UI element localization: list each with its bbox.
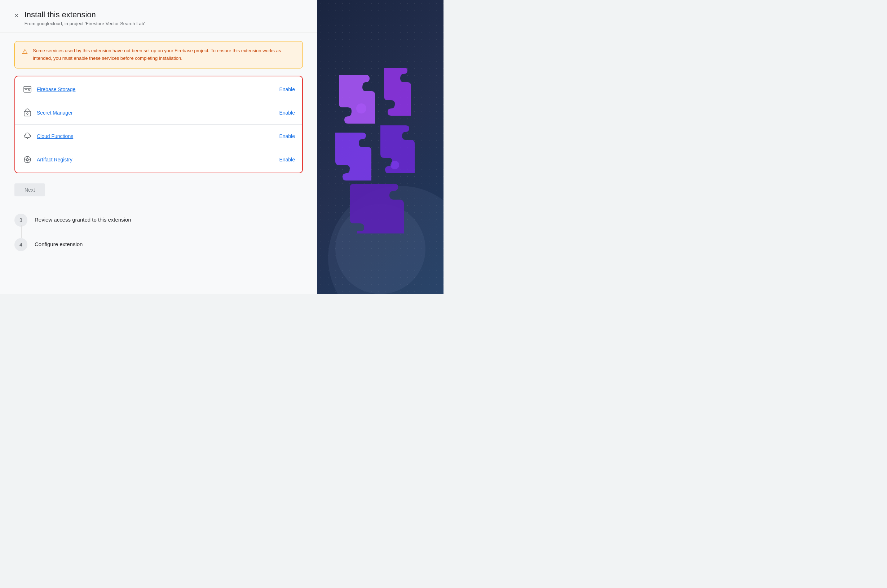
warning-icon: ⚠ — [22, 48, 28, 62]
service-row-artifact-registry: Artifact Registry Enable — [15, 148, 302, 171]
step-item-4: 4 Configure extension — [14, 232, 303, 257]
firebase-storage-icon — [23, 84, 32, 94]
services-container: Firebase Storage Enable Secret Man — [14, 76, 303, 173]
step-number-4: 4 — [14, 238, 27, 251]
svg-point-1 — [29, 89, 30, 90]
step-label-4: Configure extension — [35, 238, 83, 247]
svg-point-6 — [356, 104, 366, 114]
content-area: ⚠ Some services used by this extension h… — [0, 32, 317, 294]
artifact-registry-enable-button[interactable]: Enable — [279, 157, 295, 162]
svg-point-5 — [26, 159, 29, 161]
warning-text: Some services used by this extension hav… — [33, 47, 295, 62]
right-panel — [317, 0, 444, 294]
artifact-registry-link[interactable]: Artifact Registry — [37, 157, 72, 162]
cloud-functions-icon — [23, 131, 32, 141]
main-panel: × Install this extension From googleclou… — [0, 0, 317, 294]
service-row-secret-manager: Secret Manager Enable — [15, 101, 302, 124]
cloud-functions-link[interactable]: Cloud Functions — [37, 133, 73, 139]
service-row-cloud-functions: Cloud Functions Enable — [15, 124, 302, 148]
page-title: Install this extension — [24, 10, 145, 20]
header-text: Install this extension From googlecloud,… — [24, 10, 145, 26]
secret-manager-enable-button[interactable]: Enable — [279, 110, 295, 116]
cloud-functions-enable-button[interactable]: Enable — [279, 133, 295, 139]
step-label-3: Review access granted to this extension — [35, 214, 131, 223]
service-left: Artifact Registry — [23, 154, 72, 165]
header: × Install this extension From googleclou… — [0, 0, 317, 32]
service-row-firebase-storage: Firebase Storage Enable — [15, 78, 302, 101]
puzzle-illustration — [328, 60, 433, 234]
firebase-storage-enable-button[interactable]: Enable — [279, 87, 295, 92]
step-list: 3 Review access granted to this extensio… — [14, 208, 303, 257]
step-number-3: 3 — [14, 214, 27, 226]
service-left: Secret Manager — [23, 108, 73, 118]
artifact-registry-icon — [23, 154, 32, 165]
firebase-storage-link[interactable]: Firebase Storage — [37, 87, 75, 92]
service-left: Cloud Functions — [23, 131, 73, 141]
secret-manager-icon — [23, 108, 32, 118]
next-button[interactable]: Next — [14, 183, 45, 196]
svg-rect-2 — [24, 111, 31, 116]
page-subtitle: From googlecloud, in project 'Firestore … — [24, 21, 145, 26]
svg-point-7 — [391, 161, 399, 170]
step-item-3: 3 Review access granted to this extensio… — [14, 208, 303, 232]
service-left: Firebase Storage — [23, 84, 75, 94]
close-button[interactable]: × — [14, 12, 19, 20]
warning-banner: ⚠ Some services used by this extension h… — [14, 41, 303, 69]
secret-manager-link[interactable]: Secret Manager — [37, 110, 73, 116]
